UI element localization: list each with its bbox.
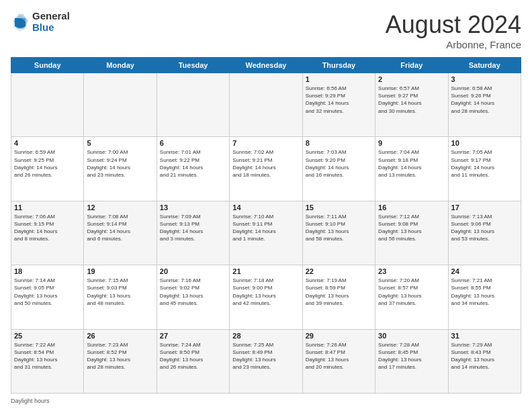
day-info: Sunrise: 6:59 AM Sunset: 9:25 PM Dayligh… (14, 148, 81, 179)
footer: Daylight hours (11, 398, 521, 404)
calendar-cell: 29Sunrise: 7:26 AM Sunset: 8:47 PM Dayli… (302, 329, 375, 393)
calendar-cell: 28Sunrise: 7:25 AM Sunset: 8:49 PM Dayli… (230, 329, 302, 393)
calendar-cell: 12Sunrise: 7:08 AM Sunset: 9:14 PM Dayli… (84, 201, 157, 265)
calendar-cell: 19Sunrise: 7:15 AM Sunset: 9:03 PM Dayli… (84, 265, 157, 329)
day-header-row: SundayMondayTuesdayWednesdayThursdayFrid… (11, 58, 521, 73)
day-info: Sunrise: 6:57 AM Sunset: 9:27 PM Dayligh… (378, 85, 445, 115)
calendar-cell: 15Sunrise: 7:11 AM Sunset: 9:10 PM Dayli… (302, 201, 375, 265)
day-number: 3 (451, 75, 518, 83)
calendar-cell: 27Sunrise: 7:24 AM Sunset: 8:50 PM Dayli… (157, 329, 229, 393)
day-info: Sunrise: 7:19 AM Sunset: 8:59 PM Dayligh… (306, 277, 372, 307)
page: General Blue August 2024 Arbonne, France… (0, 0, 532, 411)
calendar-cell: 21Sunrise: 7:18 AM Sunset: 9:00 PM Dayli… (230, 265, 302, 329)
day-number: 5 (87, 139, 153, 147)
day-header-tuesday: Tuesday (157, 58, 229, 73)
calendar-cell: 16Sunrise: 7:12 AM Sunset: 9:08 PM Dayli… (375, 201, 448, 265)
day-number: 18 (14, 267, 81, 275)
day-info: Sunrise: 7:02 AM Sunset: 9:21 PM Dayligh… (232, 148, 299, 179)
day-info: Sunrise: 7:28 AM Sunset: 8:45 PM Dayligh… (378, 341, 445, 371)
day-number: 30 (378, 332, 445, 340)
title-block: August 2024 Arbonne, France (386, 11, 521, 50)
day-info: Sunrise: 7:23 AM Sunset: 8:52 PM Dayligh… (87, 341, 153, 371)
day-number: 6 (160, 139, 226, 147)
day-info: Sunrise: 7:08 AM Sunset: 9:14 PM Dayligh… (87, 213, 153, 243)
logo-text: General Blue (32, 11, 70, 33)
day-number: 17 (451, 203, 518, 212)
day-number: 16 (378, 203, 445, 212)
day-number: 24 (451, 267, 518, 275)
calendar-cell (84, 73, 157, 137)
day-info: Sunrise: 7:01 AM Sunset: 9:22 PM Dayligh… (160, 148, 226, 179)
day-number: 19 (87, 267, 153, 275)
day-header-saturday: Saturday (448, 58, 521, 73)
calendar-cell: 2Sunrise: 6:57 AM Sunset: 9:27 PM Daylig… (375, 73, 448, 137)
day-header-wednesday: Wednesday (230, 58, 302, 73)
calendar-cell (157, 73, 229, 137)
calendar-cell: 14Sunrise: 7:10 AM Sunset: 9:11 PM Dayli… (230, 201, 302, 265)
calendar-cell: 7Sunrise: 7:02 AM Sunset: 9:21 PM Daylig… (230, 137, 302, 201)
day-number: 31 (451, 332, 518, 340)
calendar-cell: 8Sunrise: 7:03 AM Sunset: 9:20 PM Daylig… (302, 137, 375, 201)
day-number: 1 (306, 75, 372, 83)
week-row-4: 25Sunrise: 7:22 AM Sunset: 8:54 PM Dayli… (11, 329, 521, 393)
day-number: 8 (306, 139, 372, 147)
logo: General Blue (11, 11, 70, 33)
day-info: Sunrise: 7:26 AM Sunset: 8:47 PM Dayligh… (306, 341, 372, 371)
calendar-cell: 11Sunrise: 7:06 AM Sunset: 9:15 PM Dayli… (11, 201, 84, 265)
calendar-cell (11, 73, 84, 137)
day-number: 10 (451, 139, 518, 147)
calendar-cell: 3Sunrise: 6:58 AM Sunset: 9:26 PM Daylig… (448, 73, 521, 137)
calendar-cell: 31Sunrise: 7:29 AM Sunset: 8:43 PM Dayli… (448, 329, 521, 393)
logo-icon (11, 13, 30, 32)
day-info: Sunrise: 6:56 AM Sunset: 9:29 PM Dayligh… (306, 85, 372, 115)
day-number: 4 (14, 139, 81, 147)
calendar-body: 1Sunrise: 6:56 AM Sunset: 9:29 PM Daylig… (11, 73, 521, 394)
calendar-cell: 6Sunrise: 7:01 AM Sunset: 9:22 PM Daylig… (157, 137, 229, 201)
day-number: 9 (378, 139, 445, 147)
day-info: Sunrise: 7:22 AM Sunset: 8:54 PM Dayligh… (14, 341, 81, 371)
calendar-cell: 22Sunrise: 7:19 AM Sunset: 8:59 PM Dayli… (302, 265, 375, 329)
calendar-cell: 10Sunrise: 7:05 AM Sunset: 9:17 PM Dayli… (448, 137, 521, 201)
day-number: 7 (232, 139, 299, 147)
day-number: 25 (14, 332, 81, 340)
day-info: Sunrise: 7:12 AM Sunset: 9:08 PM Dayligh… (378, 213, 445, 243)
day-number: 26 (87, 332, 153, 340)
calendar-cell: 5Sunrise: 7:00 AM Sunset: 9:24 PM Daylig… (84, 137, 157, 201)
day-number: 15 (306, 203, 372, 212)
day-info: Sunrise: 7:06 AM Sunset: 9:15 PM Dayligh… (14, 213, 81, 243)
calendar-cell (230, 73, 302, 137)
day-info: Sunrise: 7:00 AM Sunset: 9:24 PM Dayligh… (87, 148, 153, 179)
week-row-1: 4Sunrise: 6:59 AM Sunset: 9:25 PM Daylig… (11, 137, 521, 201)
calendar-cell: 30Sunrise: 7:28 AM Sunset: 8:45 PM Dayli… (375, 329, 448, 393)
day-info: Sunrise: 7:15 AM Sunset: 9:03 PM Dayligh… (87, 277, 153, 307)
day-info: Sunrise: 7:03 AM Sunset: 9:20 PM Dayligh… (306, 148, 372, 179)
day-info: Sunrise: 7:04 AM Sunset: 9:18 PM Dayligh… (378, 148, 445, 179)
day-info: Sunrise: 7:21 AM Sunset: 8:55 PM Dayligh… (451, 277, 518, 307)
logo-general-text: General (32, 11, 70, 22)
day-number: 22 (306, 267, 372, 275)
day-number: 28 (232, 332, 299, 340)
day-number: 23 (378, 267, 445, 275)
day-header-friday: Friday (375, 58, 448, 73)
calendar-cell: 9Sunrise: 7:04 AM Sunset: 9:18 PM Daylig… (375, 137, 448, 201)
month-title: August 2024 (386, 11, 521, 39)
day-info: Sunrise: 7:11 AM Sunset: 9:10 PM Dayligh… (306, 213, 372, 243)
day-info: Sunrise: 7:18 AM Sunset: 9:00 PM Dayligh… (232, 277, 299, 307)
day-number: 21 (232, 267, 299, 275)
day-number: 13 (160, 203, 226, 212)
day-number: 27 (160, 332, 226, 340)
calendar-cell: 17Sunrise: 7:13 AM Sunset: 9:06 PM Dayli… (448, 201, 521, 265)
calendar-cell: 25Sunrise: 7:22 AM Sunset: 8:54 PM Dayli… (11, 329, 84, 393)
day-number: 11 (14, 203, 81, 212)
day-info: Sunrise: 7:09 AM Sunset: 9:13 PM Dayligh… (160, 213, 226, 243)
calendar-cell: 24Sunrise: 7:21 AM Sunset: 8:55 PM Dayli… (448, 265, 521, 329)
calendar-cell: 4Sunrise: 6:59 AM Sunset: 9:25 PM Daylig… (11, 137, 84, 201)
day-info: Sunrise: 7:29 AM Sunset: 8:43 PM Dayligh… (451, 341, 518, 371)
calendar-cell: 18Sunrise: 7:14 AM Sunset: 9:05 PM Dayli… (11, 265, 84, 329)
day-info: Sunrise: 7:05 AM Sunset: 9:17 PM Dayligh… (451, 148, 518, 179)
logo-blue-text: Blue (32, 22, 70, 34)
day-info: Sunrise: 6:58 AM Sunset: 9:26 PM Dayligh… (451, 85, 518, 115)
calendar-cell: 1Sunrise: 6:56 AM Sunset: 9:29 PM Daylig… (302, 73, 375, 137)
calendar-cell: 13Sunrise: 7:09 AM Sunset: 9:13 PM Dayli… (157, 201, 229, 265)
day-info: Sunrise: 7:16 AM Sunset: 9:02 PM Dayligh… (160, 277, 226, 307)
